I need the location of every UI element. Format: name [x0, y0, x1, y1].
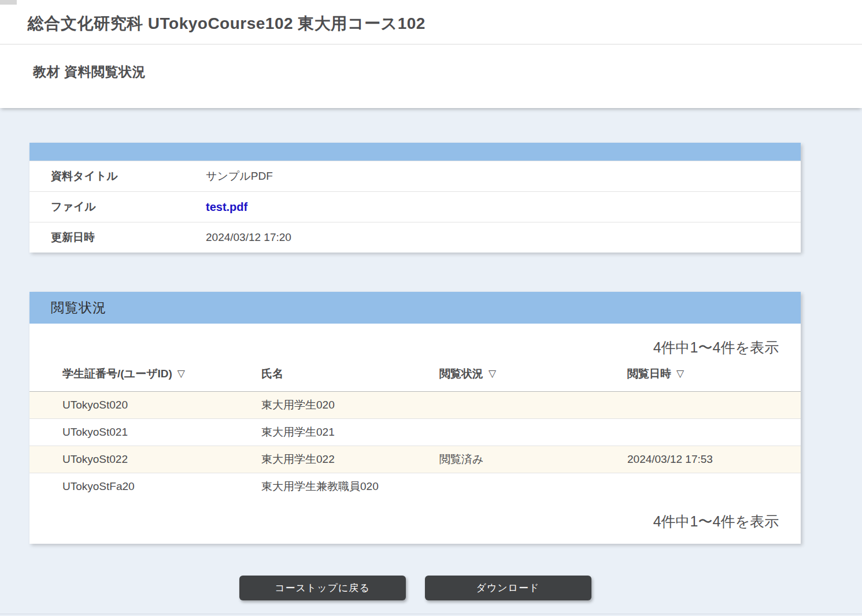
student-row: UTokyoStFa20 東大用学生兼教職員020: [29, 473, 801, 500]
material-row-file: ファイル test.pdf: [29, 191, 801, 222]
cell-name: 東大用学生022: [261, 452, 439, 467]
material-row-title: 資料タイトル サンプルPDF: [29, 161, 801, 191]
student-row: UTokyoSt020 東大用学生020: [29, 391, 801, 418]
student-row: UTokyoSt021 東大用学生021: [29, 418, 801, 446]
lms-viewing-status-page: { "header": { "course_title": "総合文化研究科 U…: [0, 0, 862, 616]
cell-name: 東大用学生020: [261, 398, 439, 413]
cell-student-id: UTokyoSt021: [62, 426, 261, 439]
cell-name: 東大用学生021: [261, 425, 439, 440]
result-count-top: 4件中1〜4件を表示: [29, 324, 801, 356]
viewing-section-header-bar: 閲覧状況: [29, 292, 801, 324]
viewing-status-panel: 閲覧状況 4件中1〜4件を表示 学生証番号/(ユーザID) ▽ 氏名 閲覧状況 …: [29, 292, 801, 544]
material-panel-header-bar: [29, 143, 801, 161]
column-header-date-label: 閲覧日時: [627, 366, 671, 381]
course-title: 総合文化研究科 UTokyoCourse102 東大用コース102: [28, 14, 426, 32]
file-link[interactable]: test.pdf: [206, 201, 247, 214]
result-count-bottom: 4件中1〜4件を表示: [29, 500, 801, 544]
column-header-name: 氏名: [261, 366, 439, 381]
cell-student-id: UTokyoSt022: [62, 453, 261, 466]
material-title-value: サンプルPDF: [206, 169, 273, 184]
page-header: 総合文化研究科 UTokyoCourse102 東大用コース102 教材 資料閲…: [0, 0, 862, 108]
material-updated-label: 更新日時: [29, 230, 206, 245]
cell-name: 東大用学生兼教職員020: [261, 479, 439, 494]
column-header-student-id-label: 学生証番号/(ユーザID): [62, 366, 172, 381]
cell-student-id: UTokyoSt020: [62, 399, 261, 411]
sort-icon[interactable]: ▽: [177, 368, 185, 380]
course-title-row: 総合文化研究科 UTokyoCourse102 東大用コース102: [0, 0, 862, 44]
column-header-student-id[interactable]: 学生証番号/(ユーザID) ▽: [62, 366, 261, 381]
back-to-course-button[interactable]: コーストップに戻る: [239, 576, 406, 600]
sort-icon[interactable]: ▽: [676, 368, 684, 380]
cell-status: 閲覧済み: [439, 452, 627, 467]
sort-icon[interactable]: ▽: [489, 368, 496, 380]
column-header-date[interactable]: 閲覧日時 ▽: [627, 366, 801, 381]
material-info-panel: 資料タイトル サンプルPDF ファイル test.pdf 更新日時 2024/0…: [29, 143, 801, 253]
window-corner-artifact: [0, 0, 17, 5]
material-row-updated: 更新日時 2024/03/12 17:20: [29, 222, 801, 253]
footer-divider: [0, 614, 862, 614]
material-file-label: ファイル: [29, 199, 206, 214]
cell-date: 2024/03/12 17:53: [627, 453, 801, 466]
download-button[interactable]: ダウンロード: [425, 576, 591, 600]
viewing-section-title: 閲覧状況: [51, 299, 106, 317]
material-updated-value: 2024/03/12 17:20: [206, 231, 291, 244]
action-button-row: コーストップに戻る ダウンロード: [29, 576, 801, 600]
column-header-status[interactable]: 閲覧状況 ▽: [439, 366, 627, 381]
page-title-row: 教材 資料閲覧状況: [0, 44, 862, 108]
page-title: 教材 資料閲覧状況: [33, 64, 146, 79]
table-header-row: 学生証番号/(ユーザID) ▽ 氏名 閲覧状況 ▽ 閲覧日時 ▽: [29, 356, 801, 391]
column-header-status-label: 閲覧状況: [439, 366, 483, 381]
student-row: UTokyoSt022 東大用学生022 閲覧済み 2024/03/12 17:…: [29, 446, 801, 473]
material-title-label: 資料タイトル: [29, 169, 206, 184]
column-header-name-label: 氏名: [261, 366, 283, 381]
cell-student-id: UTokyoStFa20: [62, 480, 261, 493]
